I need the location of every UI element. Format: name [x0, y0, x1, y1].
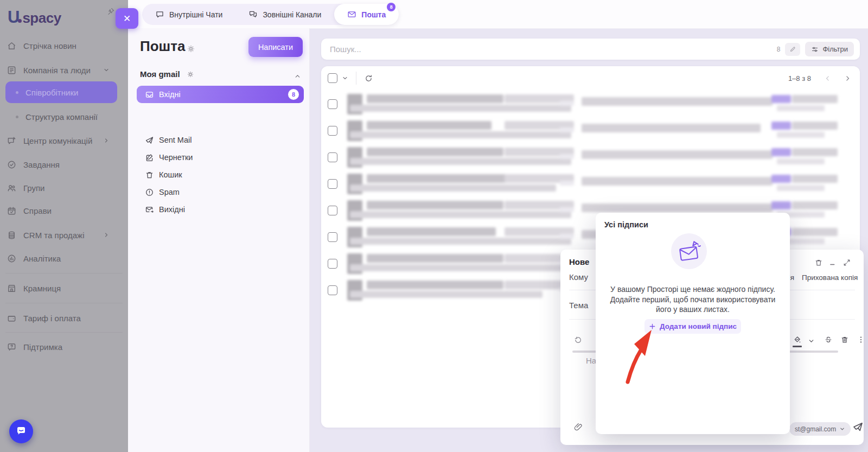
- sidebar-item-tasks[interactable]: Завдання: [7, 155, 122, 174]
- sidebar-item-company-structure[interactable]: Структура компанії: [7, 109, 122, 125]
- send-button-paper-plane-icon[interactable]: [852, 421, 864, 432]
- to-field-label[interactable]: Кому: [569, 272, 588, 282]
- bullet-icon: [16, 116, 18, 118]
- bcc-link[interactable]: Прихована копія: [802, 273, 858, 282]
- sidebar-item-activities[interactable]: Справи: [7, 201, 122, 220]
- mail-account-name: Моя gmail: [140, 69, 180, 79]
- sidebar-item-support[interactable]: Підтримка: [7, 338, 122, 356]
- tab-external-channels[interactable]: Зовнішні Канали: [235, 4, 334, 25]
- strikethrough-icon[interactable]: [824, 335, 833, 344]
- pagination-range: 1–8 з 8: [788, 74, 811, 82]
- more-options-dots-icon[interactable]: [857, 335, 865, 344]
- email-row[interactable]: [321, 118, 860, 144]
- mail-settings-gear-icon[interactable]: [187, 44, 195, 53]
- sidebar-item-employees[interactable]: Співробітники: [7, 84, 122, 100]
- sidebar-item-label: CRM та продажі: [23, 231, 84, 240]
- undo-icon[interactable]: [573, 335, 583, 345]
- people-icon: [7, 183, 17, 193]
- sidebar-item-label: Крамниця: [23, 284, 61, 293]
- sidebar-item-label: Групи: [23, 183, 44, 193]
- popup-title: Усі підписи: [604, 220, 648, 229]
- folder-sent[interactable]: Sent Mail: [137, 131, 304, 149]
- compose-button[interactable]: Написати: [248, 37, 303, 57]
- page-prev-chevron-left-icon[interactable]: [824, 75, 831, 82]
- tab-label: Внутрішні Чати: [169, 10, 222, 19]
- mail-panel-title: Пошта: [140, 38, 185, 55]
- close-sidebar-button[interactable]: ✕: [116, 8, 138, 29]
- from-email: st@gmail.com: [795, 425, 836, 433]
- close-icon: ✕: [123, 13, 131, 24]
- highlight-underline: [793, 346, 802, 347]
- sidebar-item-label: Аналітика: [23, 254, 61, 263]
- sidebar-item-newsfeed[interactable]: Стрічка новин: [7, 36, 122, 55]
- signature-illustration: [671, 233, 707, 269]
- sidebar-divider: [5, 332, 123, 333]
- filters-button[interactable]: Фільтри: [805, 42, 854, 56]
- highlight-color-icon[interactable]: [793, 335, 802, 345]
- sidebar-item-groups[interactable]: Групи: [7, 179, 122, 197]
- attach-paperclip-icon[interactable]: [573, 422, 583, 432]
- delete-format-trash-icon[interactable]: [840, 335, 849, 344]
- folder-drafts[interactable]: Чернетки: [137, 149, 304, 166]
- sidebar-item-company[interactable]: Компанія та люди: [7, 61, 122, 79]
- sidebar-item-crm[interactable]: CRM та продажі: [7, 226, 122, 244]
- select-all-checkbox[interactable]: [328, 73, 337, 83]
- sidebar-item-billing[interactable]: Тариф і оплата: [7, 309, 122, 327]
- pen-icon[interactable]: [785, 43, 800, 56]
- tab-label: Пошта: [361, 10, 386, 19]
- support-chat-fab[interactable]: [9, 419, 33, 443]
- draft-pencil-icon: [145, 153, 154, 162]
- app-logo: U spacy: [8, 8, 61, 30]
- mail-account-row: Моя gmail: [140, 69, 194, 79]
- pin-icon[interactable]: [107, 7, 115, 16]
- page-next-chevron-right-icon[interactable]: [844, 75, 851, 82]
- channel-tabs: Внутрішні Чати Зовнішні Канали Пошта 8: [142, 4, 399, 25]
- search-result-count: 8: [777, 46, 781, 53]
- sidebar-item-analytics[interactable]: Аналітика: [7, 249, 122, 268]
- analytics-icon: [7, 253, 17, 264]
- sidebar-item-label: Справи: [23, 206, 52, 215]
- logo-letter: U: [8, 8, 19, 27]
- chat-bubble-icon: [155, 10, 164, 19]
- sidebar-divider: [5, 303, 123, 303]
- folder-spam[interactable]: Spam: [137, 183, 304, 201]
- search-input[interactable]: [321, 44, 777, 54]
- popup-message: У вашому Просторі ще немає жодного підпи…: [603, 284, 782, 315]
- discard-trash-icon[interactable]: [814, 258, 823, 267]
- folder-outbox[interactable]: Вихідні: [137, 201, 304, 218]
- email-row[interactable]: [321, 91, 860, 118]
- expand-icon[interactable]: [843, 258, 851, 267]
- subject-field-label[interactable]: Тема: [569, 301, 588, 310]
- tab-internal-chats[interactable]: Внутрішні Чати: [142, 4, 235, 25]
- email-row[interactable]: [321, 144, 860, 171]
- envelope-icon: [347, 10, 356, 19]
- envelope-pen-icon: [675, 237, 703, 265]
- sidebar-item-label: Структура компанії: [25, 112, 98, 122]
- sidebar-item-label: Завдання: [23, 160, 60, 169]
- popup-message-line: Додайте перший, щоб почати використовува…: [603, 295, 782, 305]
- refresh-icon[interactable]: [364, 74, 373, 83]
- trash-icon: [145, 170, 154, 180]
- compose-title: Нове: [569, 257, 589, 266]
- highlight-chevron-down-icon[interactable]: [808, 338, 815, 345]
- sidebar-item-marketplace[interactable]: Крамниця: [7, 279, 122, 297]
- folder-inbox[interactable]: Вхідні 8: [137, 86, 304, 103]
- from-chevron-down-icon: [839, 426, 845, 432]
- chevron-right-icon: [103, 137, 110, 144]
- add-signature-button[interactable]: Додати новий підпис: [644, 319, 741, 334]
- tab-mail[interactable]: Пошта 8: [334, 4, 399, 25]
- inbox-icon: [145, 90, 154, 99]
- minimize-icon[interactable]: [829, 258, 837, 267]
- account-gear-icon[interactable]: [187, 71, 194, 78]
- top-bar: Внутрішні Чати Зовнішні Канали Пошта 8: [128, 0, 868, 29]
- blurred-email-content: [321, 171, 860, 198]
- collapse-account-chevron-up-icon[interactable]: [294, 73, 301, 80]
- wallet-icon: [7, 313, 17, 323]
- select-menu-chevron-down-icon[interactable]: [342, 75, 348, 81]
- folder-trash[interactable]: Кошик: [137, 166, 304, 183]
- toolbar-divider: [356, 72, 356, 85]
- bullet-icon: [16, 91, 18, 94]
- email-row[interactable]: [321, 171, 860, 198]
- sidebar-item-communication-center[interactable]: Центр комунікацій: [7, 131, 122, 150]
- from-account-selector[interactable]: st@gmail.com: [789, 422, 851, 436]
